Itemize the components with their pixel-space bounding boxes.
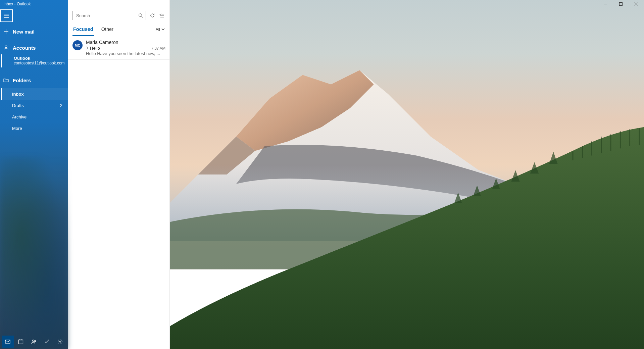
accounts-header[interactable]: Accounts <box>0 41 68 54</box>
message-subject: Hello <box>90 46 100 51</box>
folder-label: More <box>12 126 22 131</box>
message-time: 7:37 AM <box>151 46 165 50</box>
hamburger-menu-button[interactable] <box>0 9 13 22</box>
account-item[interactable]: Outlook contosotest11@outlook.com <box>1 54 68 67</box>
sidebar: New mail Accounts Outlook contosotest11@… <box>0 0 68 349</box>
accounts-label: Accounts <box>13 45 36 51</box>
plus-icon <box>3 29 9 34</box>
svg-point-16 <box>34 340 36 342</box>
people-app-button[interactable] <box>28 336 40 348</box>
folder-count: 2 <box>60 103 62 108</box>
new-mail-button[interactable]: New mail <box>0 24 68 39</box>
tab-other[interactable]: Other <box>101 23 114 36</box>
select-mode-button[interactable] <box>159 12 165 18</box>
background-image <box>170 0 644 349</box>
folder-icon <box>3 78 9 83</box>
folder-item-inbox[interactable]: Inbox <box>1 88 68 100</box>
folder-item-drafts[interactable]: Drafts 2 <box>0 100 68 111</box>
filter-label: All <box>156 27 160 32</box>
filter-dropdown[interactable]: All <box>156 27 165 32</box>
tab-focused[interactable]: Focused <box>72 23 94 36</box>
svg-rect-11 <box>19 340 23 344</box>
svg-point-15 <box>32 340 34 342</box>
svg-rect-1 <box>620 3 623 6</box>
todo-app-button[interactable] <box>41 336 53 348</box>
message-list-panel: Focused Other All MC Maria Cameron <box>68 0 170 349</box>
account-name: Outlook <box>14 56 68 61</box>
window-minimize-button[interactable] <box>598 0 613 8</box>
message-preview: Hello Have you seen the latest new, ... <box>86 51 165 56</box>
folder-label: Drafts <box>12 103 24 108</box>
window-maximize-button[interactable] <box>613 0 629 8</box>
folder-label: Archive <box>12 114 27 119</box>
person-icon <box>3 45 9 50</box>
svg-point-18 <box>139 14 142 17</box>
window-close-button[interactable] <box>629 0 644 8</box>
message-sender: Maria Cameron <box>86 40 118 45</box>
settings-button[interactable] <box>54 336 66 348</box>
folder-label: Inbox <box>12 92 24 97</box>
refresh-button[interactable] <box>149 12 155 18</box>
chevron-down-icon <box>161 27 165 32</box>
search-box[interactable] <box>72 11 146 20</box>
folders-label: Folders <box>13 78 31 83</box>
new-mail-label: New mail <box>13 29 35 35</box>
mail-app-button[interactable] <box>2 336 14 348</box>
reading-panel <box>170 0 644 349</box>
folder-item-more[interactable]: More <box>0 122 68 134</box>
folders-header[interactable]: Folders <box>0 73 68 87</box>
svg-line-19 <box>142 16 143 18</box>
svg-point-9 <box>5 46 7 48</box>
search-input[interactable] <box>76 13 138 18</box>
window-title: Inbox - Outlook <box>0 2 31 6</box>
svg-point-17 <box>59 341 61 342</box>
calendar-app-button[interactable] <box>15 336 27 348</box>
folder-item-archive[interactable]: Archive <box>0 111 68 122</box>
account-email: contosotest11@outlook.com <box>14 61 68 65</box>
chevron-right-icon <box>86 45 89 51</box>
message-item[interactable]: MC Maria Cameron Hello 7:37 AM Hello Hav… <box>68 36 169 60</box>
search-icon[interactable] <box>138 12 144 18</box>
svg-rect-10 <box>5 340 10 343</box>
avatar: MC <box>72 40 83 50</box>
